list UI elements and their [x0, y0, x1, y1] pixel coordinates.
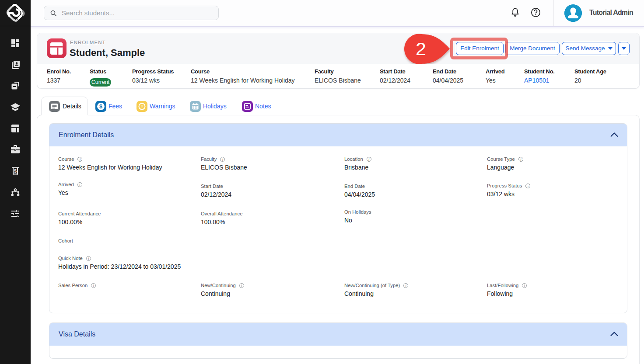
svg-text:2: 2	[416, 39, 426, 59]
svg-text:$: $	[14, 168, 17, 173]
svg-text:$: $	[99, 104, 102, 110]
